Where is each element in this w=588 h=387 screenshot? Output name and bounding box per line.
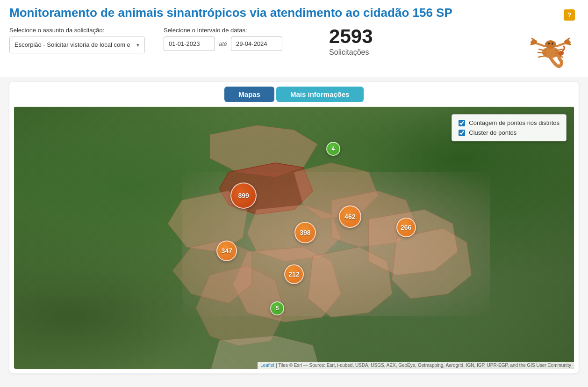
scorpion-area — [523, 27, 579, 73]
cluster-bubble-c8[interactable]: 5 — [270, 301, 284, 315]
header: Monitoramento de animais sinantrópicos v… — [0, 0, 588, 77]
svg-line-12 — [538, 56, 546, 57]
leaflet-link[interactable]: Leaflet — [260, 363, 274, 368]
tab-maps[interactable]: Mapas — [224, 87, 274, 102]
stats-label: Solicitações — [329, 48, 373, 57]
date-separator: até — [219, 40, 227, 47]
map-background: 89946239834726621245 Contagem de pontos … — [14, 107, 574, 369]
legend-checkbox-cluster[interactable] — [459, 130, 465, 136]
legend-item-cluster: Cluster de pontos — [459, 129, 559, 136]
cluster-bubble-c4[interactable]: 347 — [216, 241, 237, 261]
svg-line-2 — [536, 43, 545, 46]
subject-label: Selecione o assunto da solicitação: — [9, 27, 145, 34]
svg-point-18 — [552, 43, 553, 44]
cluster-bubble-c6[interactable]: 212 — [284, 264, 304, 284]
page-title: Monitoramento de animais sinantrópicos v… — [9, 6, 579, 20]
legend-checkbox-districts[interactable] — [459, 120, 465, 126]
map-container[interactable]: 89946239834726621245 Contagem de pontos … — [14, 107, 574, 369]
map-attribution: Leaflet | Tiles © Esri — Source: Esri, i… — [258, 362, 574, 369]
date-label: Selecione o Intervalo de datas: — [164, 27, 282, 34]
cluster-bubble-c1[interactable]: 899 — [230, 183, 257, 209]
subject-select[interactable]: Escorpião - Solicitar vistoria de local … — [9, 37, 145, 53]
stats-group: 2593 Solicitações — [329, 27, 373, 57]
date-start-input[interactable] — [164, 37, 215, 51]
date-row: até — [164, 37, 282, 51]
cluster-bubble-c7[interactable]: 4 — [326, 142, 340, 156]
map-legend: Contagem de pontos nos distritos Cluster… — [452, 114, 566, 141]
cluster-bubble-c2[interactable]: 462 — [339, 205, 361, 228]
help-button[interactable]: ? — [564, 9, 575, 21]
scorpion-icon — [523, 27, 579, 73]
subject-select-wrapper: Escorpião - Solicitar vistoria de local … — [9, 37, 145, 53]
svg-line-5 — [531, 44, 535, 44]
stats-number: 2593 — [329, 27, 373, 46]
attribution-rest: | Tiles © Esri — Source: Esri, i-cubed, … — [276, 363, 571, 368]
date-end-input[interactable] — [231, 37, 282, 51]
controls-row: Selecione o assunto da solicitação: Esco… — [9, 27, 579, 73]
tab-info[interactable]: Mais informações — [276, 87, 364, 102]
map-section: Mapas Mais informações — [9, 82, 579, 373]
svg-marker-19 — [210, 125, 317, 177]
subject-control: Selecione o assunto da solicitação: Esco… — [9, 27, 145, 53]
svg-line-9 — [566, 44, 570, 44]
legend-label-districts: Contagem de pontos nos distritos — [469, 119, 559, 126]
legend-label-cluster: Cluster de pontos — [469, 129, 516, 136]
cluster-bubble-c3[interactable]: 398 — [294, 222, 316, 243]
date-range-control: Selecione o Intervalo de datas: até — [164, 27, 282, 51]
legend-item-districts: Contagem de pontos nos distritos — [459, 119, 559, 126]
svg-point-17 — [548, 43, 550, 44]
svg-point-1 — [545, 40, 556, 49]
tab-bar: Mapas Mais informações — [14, 87, 574, 102]
cluster-bubble-c5[interactable]: 266 — [396, 218, 416, 237]
